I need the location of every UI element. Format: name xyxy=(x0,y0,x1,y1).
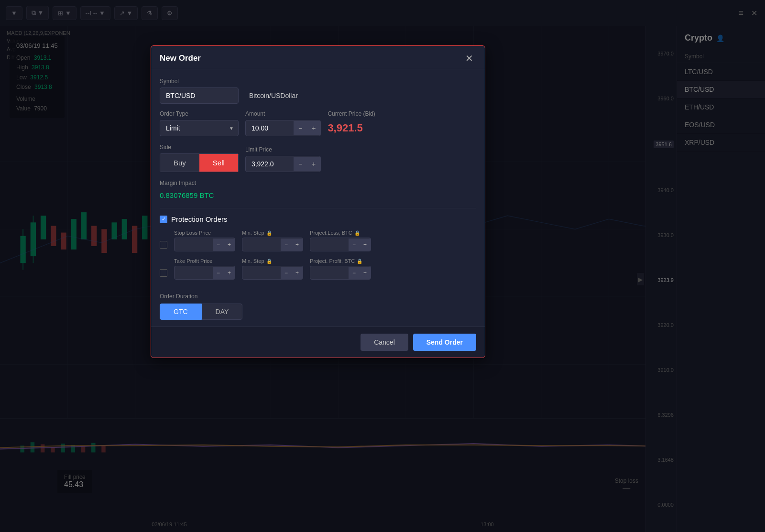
project-loss-input-group: − + xyxy=(310,238,371,251)
stop-loss-checkbox[interactable] xyxy=(160,241,167,249)
stop-loss-price-label: Stop Loss Price xyxy=(174,230,235,236)
project-loss-label: Project.Loss, BTC 🔒 xyxy=(310,230,371,236)
min-step-1-increment[interactable]: + xyxy=(292,239,303,251)
current-price-group: Current Price (Bid) 3,921.5 xyxy=(328,110,375,136)
limit-increment-btn[interactable]: + xyxy=(307,157,320,171)
protection-orders-section: ✓ Protection Orders Stop Loss Price − + xyxy=(151,215,485,280)
min-step-2-input-group: − + xyxy=(242,266,303,280)
send-order-button[interactable]: Send Order xyxy=(413,334,476,351)
amount-increment-btn[interactable]: + xyxy=(307,121,320,135)
side-limitprice-row: Side Buy Sell Limit Price − + xyxy=(160,144,476,172)
project-loss-input[interactable] xyxy=(310,238,349,251)
amount-input-group: − + xyxy=(245,120,321,136)
current-price-label: Current Price (Bid) xyxy=(328,110,375,117)
section-divider xyxy=(160,208,476,208)
margin-impact-label: Margin Impact xyxy=(160,180,476,186)
project-loss-decrement[interactable]: − xyxy=(349,239,360,251)
project-profit-field: Project. Profit, BTC 🔒 − + xyxy=(310,258,371,280)
dialog-close-btn[interactable]: ✕ xyxy=(462,53,476,64)
limit-price-group: Limit Price − + xyxy=(245,146,321,172)
min-step-1-input[interactable] xyxy=(242,238,281,251)
min-step-1-label: Min. Step 🔒 xyxy=(242,230,303,236)
stop-loss-checkbox-col xyxy=(160,241,167,251)
amount-input[interactable] xyxy=(246,120,294,136)
take-profit-checkbox-col xyxy=(160,269,167,280)
stop-loss-field: Stop Loss Price − + xyxy=(174,230,235,251)
lock-icon-2: 🔒 xyxy=(354,230,360,236)
stop-loss-increment[interactable]: + xyxy=(224,239,235,251)
min-step-2-increment[interactable]: + xyxy=(292,267,303,279)
lock-icon-4: 🔒 xyxy=(357,259,362,264)
take-profit-price-input[interactable] xyxy=(175,266,213,279)
min-step-1-input-group: − + xyxy=(242,238,303,251)
min-step-2-input[interactable] xyxy=(242,266,281,279)
project-profit-input-group: − + xyxy=(310,266,371,280)
duration-label: Order Duration xyxy=(160,293,476,300)
side-group-container: Side Buy Sell xyxy=(160,144,239,172)
cancel-button[interactable]: Cancel xyxy=(361,334,408,351)
take-profit-price-label: Take Profit Price xyxy=(174,258,235,264)
stop-loss-input-group: − + xyxy=(174,238,235,251)
min-step-2-label: Min. Step 🔒 xyxy=(242,258,303,264)
take-profit-row: Take Profit Price − + Min. Step 🔒 − + xyxy=(160,258,476,280)
order-type-select[interactable]: Limit Market Stop xyxy=(160,120,239,136)
project-profit-increment[interactable]: + xyxy=(360,267,371,279)
protection-checkbox[interactable]: ✓ xyxy=(160,216,167,223)
project-loss-increment[interactable]: + xyxy=(360,239,371,251)
symbol-label: Symbol xyxy=(160,78,476,85)
side-label: Side xyxy=(160,144,239,151)
limit-price-input-group: − + xyxy=(245,156,321,172)
dialog-title: New Order xyxy=(160,54,201,63)
protection-title: Protection Orders xyxy=(171,215,228,223)
dialog-footer: Cancel Send Order xyxy=(151,326,485,358)
gtc-btn[interactable]: GTC xyxy=(160,304,202,320)
order-type-group: Order Type Limit Market Stop ▼ xyxy=(160,110,239,136)
protection-header: ✓ Protection Orders xyxy=(160,215,476,223)
take-profit-increment[interactable]: + xyxy=(224,267,235,279)
min-step-2-decrement[interactable]: − xyxy=(281,267,292,279)
duration-group: GTC DAY xyxy=(160,304,476,320)
buy-btn[interactable]: Buy xyxy=(160,153,199,172)
sell-btn[interactable]: Sell xyxy=(199,153,239,172)
amount-label: Amount xyxy=(245,110,321,117)
symbol-name: Bitcoin/USDollar xyxy=(244,88,298,103)
take-profit-input-group: − + xyxy=(174,266,235,280)
take-profit-checkbox[interactable] xyxy=(160,269,167,277)
take-profit-decrement[interactable]: − xyxy=(213,267,224,279)
duration-section: Order Duration GTC DAY xyxy=(151,286,485,326)
lock-icon-3: 🔒 xyxy=(266,259,272,264)
lock-icon-1: 🔒 xyxy=(266,230,272,236)
limit-decrement-btn[interactable]: − xyxy=(294,157,307,171)
order-type-select-wrapper: Limit Market Stop ▼ xyxy=(160,120,239,136)
new-order-dialog: New Order ✕ Symbol Bitcoin/USDollar Orde… xyxy=(151,45,485,358)
limit-price-input[interactable] xyxy=(246,156,294,172)
min-step-1-field: Min. Step 🔒 − + xyxy=(242,230,303,251)
dialog-body: Symbol Bitcoin/USDollar Order Type Limit… xyxy=(151,69,485,208)
min-step-2-field: Min. Step 🔒 − + xyxy=(242,258,303,280)
margin-impact-value: 0.83076859 BTC xyxy=(160,189,476,201)
amount-decrement-btn[interactable]: − xyxy=(294,121,307,135)
project-profit-decrement[interactable]: − xyxy=(349,267,360,279)
margin-impact-section: Margin Impact 0.83076859 BTC xyxy=(160,180,476,201)
take-profit-field: Take Profit Price − + xyxy=(174,258,235,280)
order-details-row: Order Type Limit Market Stop ▼ Amount − … xyxy=(160,110,476,136)
order-type-label: Order Type xyxy=(160,110,239,117)
stop-loss-decrement[interactable]: − xyxy=(213,239,224,251)
project-profit-label: Project. Profit, BTC 🔒 xyxy=(310,258,371,264)
dialog-header: New Order ✕ xyxy=(151,46,485,69)
current-price-value: 3,921.5 xyxy=(328,120,375,136)
day-btn[interactable]: DAY xyxy=(202,304,243,320)
project-profit-input[interactable] xyxy=(310,266,349,279)
limit-price-label: Limit Price xyxy=(245,146,321,153)
stop-loss-row: Stop Loss Price − + Min. Step 🔒 − + xyxy=(160,230,476,251)
side-group: Buy Sell xyxy=(160,153,239,172)
min-step-1-decrement[interactable]: − xyxy=(281,239,292,251)
project-loss-field: Project.Loss, BTC 🔒 − + xyxy=(310,230,371,251)
symbol-input[interactable] xyxy=(160,87,239,104)
amount-group-container: Amount − + xyxy=(245,110,321,136)
stop-loss-price-input[interactable] xyxy=(175,238,213,251)
